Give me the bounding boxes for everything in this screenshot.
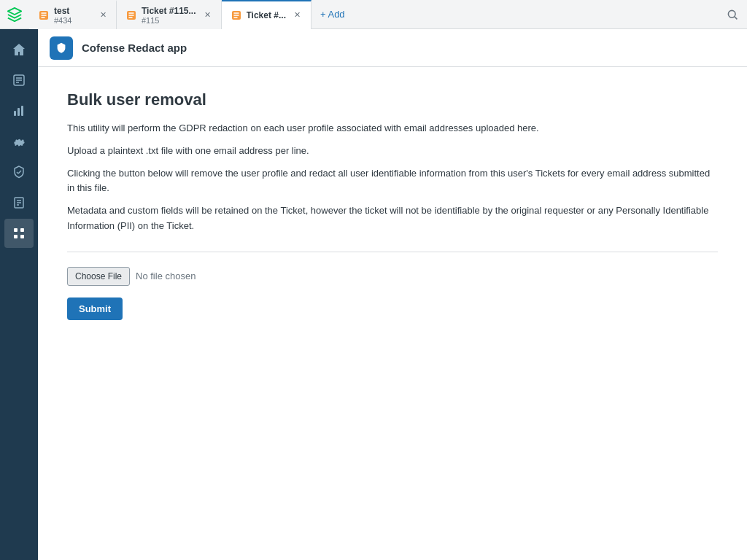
page-title: Bulk user removal — [67, 90, 718, 109]
svg-rect-9 — [14, 111, 16, 116]
divider — [67, 252, 718, 252]
tab-icon-test — [38, 9, 50, 21]
add-tab-button[interactable]: + Add — [311, 0, 354, 29]
svg-line-4 — [735, 16, 738, 19]
tab-subtitle-test: #434 — [54, 16, 91, 25]
tab-title-ticket115: Ticket #115... — [142, 6, 196, 16]
tab-content-ticket115: Ticket #115... #115 — [142, 6, 196, 25]
app-header-title: Cofense Redact app — [82, 42, 187, 54]
tab-content-ticket-current: Ticket #... — [247, 10, 286, 20]
tab-close-ticket-current[interactable]: ✕ — [292, 9, 303, 21]
tab-search-button[interactable] — [718, 0, 747, 29]
tab-title-test: test — [54, 6, 91, 16]
svg-rect-20 — [14, 235, 18, 238]
svg-rect-18 — [14, 228, 18, 232]
tab-test[interactable]: test #434 ✕ — [29, 0, 117, 29]
main-layout: Cofense Redact app Bulk user removal Thi… — [0, 29, 747, 560]
svg-rect-11 — [21, 106, 23, 116]
tab-content-test: test #434 — [54, 6, 91, 25]
sidebar-item-privacy[interactable] — [4, 158, 34, 187]
tab-icon-ticket115 — [125, 9, 137, 21]
svg-point-3 — [728, 10, 735, 18]
description-3: Clicking the button below will remove th… — [67, 166, 718, 197]
tab-close-test[interactable]: ✕ — [97, 9, 109, 21]
choose-file-button[interactable]: Choose File — [67, 267, 130, 286]
sidebar-item-settings[interactable] — [4, 127, 34, 156]
sidebar-item-home[interactable] — [4, 35, 34, 64]
tab-ticket115[interactable]: Ticket #115... #115 ✕ — [117, 0, 222, 29]
tab-icon-ticket-current — [231, 9, 242, 21]
description-1: This utility will perform the GDPR redac… — [67, 121, 718, 136]
tab-ticket-current[interactable]: Ticket #... ✕ — [222, 0, 311, 29]
sidebar-item-apps[interactable] — [4, 219, 34, 248]
svg-rect-21 — [20, 235, 24, 238]
tab-subtitle-ticket115: #115 — [142, 16, 196, 25]
no-file-label: No file chosen — [136, 271, 196, 281]
svg-line-13 — [18, 171, 21, 174]
tab-bar: test #434 ✕ Ticket #115... #115 ✕ Ticket… — [0, 0, 747, 29]
sidebar — [0, 29, 38, 560]
content-area: Cofense Redact app Bulk user removal Thi… — [38, 29, 747, 560]
description-4: Metadata and custom fields will be retai… — [67, 203, 718, 234]
svg-rect-10 — [18, 108, 20, 116]
app-header: Cofense Redact app — [38, 29, 747, 67]
tab-close-ticket115[interactable]: ✕ — [202, 9, 214, 21]
description-2: Upload a plaintext .txt file with one em… — [67, 144, 718, 159]
app-header-icon — [50, 36, 73, 60]
sidebar-item-notes[interactable] — [4, 188, 34, 217]
sidebar-item-reports[interactable] — [4, 96, 34, 125]
submit-button[interactable]: Submit — [67, 298, 123, 320]
tab-title-ticket-current: Ticket #... — [247, 10, 286, 20]
page-content: Bulk user removal This utility will perf… — [38, 67, 747, 560]
sidebar-item-tickets[interactable] — [4, 66, 34, 95]
app-logo — [0, 0, 29, 29]
svg-rect-19 — [20, 228, 24, 232]
file-input-area: Choose File No file chosen — [67, 267, 718, 286]
